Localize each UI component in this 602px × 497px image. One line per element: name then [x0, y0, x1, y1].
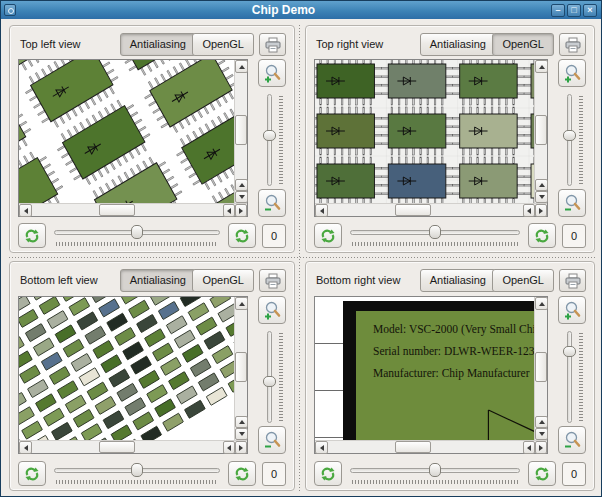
scroll-down-button[interactable]: [535, 428, 548, 440]
graphics-view[interactable]: [314, 59, 548, 217]
rotate-right-button[interactable]: [528, 461, 556, 486]
zoom-slider-handle[interactable]: [263, 376, 276, 387]
zoom-out-button[interactable]: [558, 189, 586, 217]
horizontal-scroll-thumb[interactable]: [395, 204, 431, 216]
horizontal-scroll-thumb[interactable]: [395, 441, 431, 453]
scroll-up-button[interactable]: [535, 416, 548, 428]
horizontal-scrollbar[interactable]: [315, 440, 547, 453]
zoom-out-button[interactable]: [558, 426, 586, 454]
scroll-left-button[interactable]: [315, 204, 328, 217]
panel-label: Top right view: [316, 38, 383, 50]
opengl-button[interactable]: OpenGL: [192, 33, 254, 56]
print-button[interactable]: [559, 33, 586, 56]
scroll-left-button[interactable]: [223, 441, 235, 454]
scroll-left-button[interactable]: [523, 204, 535, 217]
opengl-button[interactable]: OpenGL: [492, 269, 554, 292]
print-button[interactable]: [259, 33, 286, 56]
antialiasing-button[interactable]: Antialiasing: [420, 269, 496, 292]
window-system-menu-icon[interactable]: [4, 4, 16, 16]
vertical-scrollbar[interactable]: [534, 297, 547, 440]
zoom-in-button[interactable]: [558, 59, 586, 87]
rotate-left-button[interactable]: [314, 223, 342, 248]
vertical-scroll-thumb[interactable]: [235, 115, 247, 145]
zoom-out-button[interactable]: [258, 189, 286, 217]
rotate-right-button[interactable]: [228, 461, 256, 486]
antialiasing-button[interactable]: Antialiasing: [420, 33, 496, 56]
scroll-down-button[interactable]: [235, 428, 248, 440]
rotate-left-button[interactable]: [314, 461, 342, 486]
splitter-horizontal-handle[interactable]: [9, 256, 595, 259]
scroll-left-button[interactable]: [19, 441, 32, 454]
antialiasing-button[interactable]: Antialiasing: [120, 33, 196, 56]
zoom-slider-handle[interactable]: [263, 130, 276, 141]
scroll-left-button[interactable]: [315, 441, 328, 454]
close-button[interactable]: ×: [583, 4, 597, 17]
scroll-up-button[interactable]: [235, 297, 248, 310]
scroll-down-button[interactable]: [535, 191, 548, 203]
scroll-up-button[interactable]: [235, 179, 248, 191]
vertical-scrollbar[interactable]: [234, 297, 247, 440]
scroll-up-button[interactable]: [535, 60, 548, 73]
scroll-right-button[interactable]: [535, 441, 547, 454]
rotation-slider[interactable]: [350, 225, 520, 247]
scroll-left-button[interactable]: [523, 441, 535, 454]
zoom-slider[interactable]: [563, 94, 583, 186]
zoom-out-button[interactable]: [258, 426, 286, 454]
rotation-slider-handle[interactable]: [131, 463, 143, 477]
scroll-up-button[interactable]: [535, 297, 548, 310]
scroll-up-button[interactable]: [535, 179, 548, 191]
scroll-left-button[interactable]: [19, 204, 32, 217]
minimize-button[interactable]: –: [551, 4, 565, 17]
vertical-scrollbar[interactable]: [534, 60, 547, 203]
vertical-scroll-thumb[interactable]: [535, 115, 547, 145]
graphics-view[interactable]: [18, 59, 248, 217]
graphics-viewport[interactable]: [19, 297, 234, 440]
scroll-down-button[interactable]: [235, 191, 248, 203]
scroll-left-button[interactable]: [223, 204, 235, 217]
print-button[interactable]: [259, 269, 286, 292]
horizontal-scroll-thumb[interactable]: [99, 441, 135, 453]
scroll-up-button[interactable]: [235, 60, 248, 73]
panel-label: Top left view: [20, 38, 81, 50]
opengl-button[interactable]: OpenGL: [192, 269, 254, 292]
zoom-in-button[interactable]: [258, 59, 286, 87]
rotate-right-button[interactable]: [528, 223, 556, 248]
horizontal-scrollbar[interactable]: [19, 440, 247, 453]
horizontal-scrollbar[interactable]: [19, 203, 247, 216]
horizontal-scrollbar[interactable]: [315, 203, 547, 216]
graphics-viewport[interactable]: Model: VSC-2000 (Very Small Chip) at 9 S…: [315, 297, 534, 440]
rotation-slider[interactable]: [54, 225, 220, 247]
scroll-up-button[interactable]: [235, 416, 248, 428]
zoom-slider-handle[interactable]: [563, 130, 576, 141]
scroll-right-button[interactable]: [235, 441, 247, 454]
zoom-in-button[interactable]: [558, 296, 586, 324]
zoom-slider-handle[interactable]: [563, 346, 576, 357]
zoom-in-button[interactable]: [258, 296, 286, 324]
graphics-viewport[interactable]: [19, 60, 234, 203]
rotate-right-button[interactable]: [228, 223, 256, 248]
scroll-right-button[interactable]: [535, 204, 547, 217]
antialiasing-button[interactable]: Antialiasing: [120, 269, 196, 292]
graphics-view[interactable]: Model: VSC-2000 (Very Small Chip) at 9 S…: [314, 296, 548, 454]
scroll-right-button[interactable]: [235, 204, 247, 217]
vertical-scroll-thumb[interactable]: [235, 352, 247, 382]
vertical-scrollbar[interactable]: [234, 60, 247, 203]
rotation-slider[interactable]: [54, 463, 220, 485]
zoom-slider[interactable]: [263, 331, 283, 423]
rotation-slider-handle[interactable]: [131, 225, 143, 239]
zoom-slider[interactable]: [563, 331, 583, 423]
zoom-slider[interactable]: [263, 94, 283, 186]
rotation-slider-handle[interactable]: [429, 225, 441, 239]
rotation-value: 0: [262, 224, 286, 248]
opengl-button[interactable]: OpenGL: [492, 33, 554, 56]
vertical-scroll-thumb[interactable]: [535, 352, 547, 382]
rotation-slider-handle[interactable]: [429, 463, 441, 477]
rotate-left-button[interactable]: [18, 461, 46, 486]
horizontal-scroll-thumb[interactable]: [99, 204, 135, 216]
rotation-slider[interactable]: [350, 463, 520, 485]
graphics-viewport[interactable]: [315, 60, 534, 203]
graphics-view[interactable]: [18, 296, 248, 454]
maximize-button[interactable]: □: [567, 4, 581, 17]
rotate-left-button[interactable]: [18, 223, 46, 248]
print-button[interactable]: [559, 269, 586, 292]
